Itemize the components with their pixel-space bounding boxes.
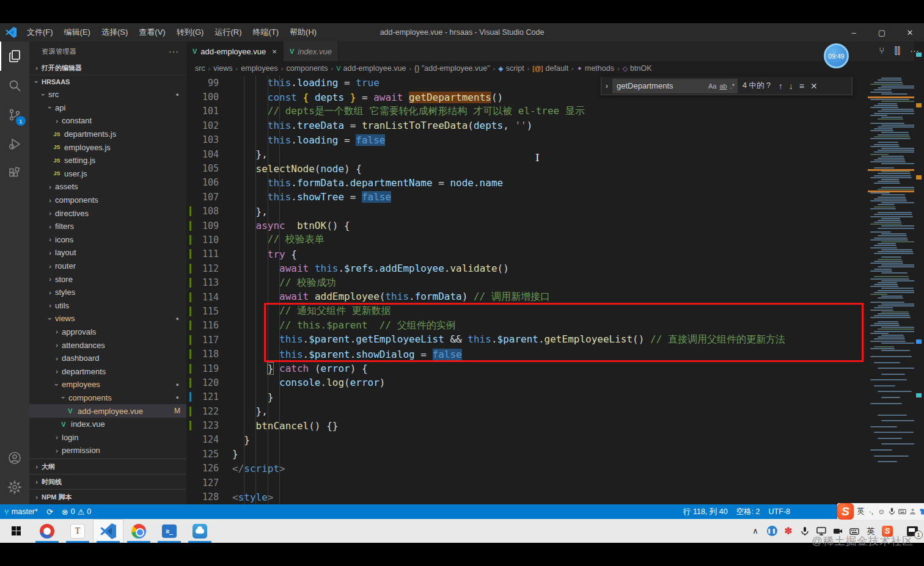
- menu-item[interactable]: 终端(T): [247, 24, 284, 40]
- tree-item-src[interactable]: ›src●: [29, 88, 186, 101]
- tree-item-icons[interactable]: ›icons: [29, 233, 186, 247]
- close-button[interactable]: ✕: [896, 23, 924, 42]
- tree-item-components[interactable]: ›components: [29, 194, 186, 207]
- find-close-icon[interactable]: ✕: [810, 81, 818, 91]
- tree-item-user.js[interactable]: JSuser.js: [29, 167, 186, 181]
- ime-emoji-icon[interactable]: ☺: [876, 505, 887, 518]
- tree-item-employees.js[interactable]: JSemployees.js: [29, 140, 186, 154]
- code-line[interactable]: 119 } catch (error) {: [186, 361, 868, 376]
- menu-item[interactable]: 查看(V): [133, 24, 170, 40]
- tree-item-views[interactable]: ›views●: [29, 312, 186, 325]
- code-line[interactable]: 124 }: [186, 433, 868, 447]
- find-query[interactable]: getDepartments: [617, 81, 705, 90]
- code-line[interactable]: 107 this.showTree = false: [186, 190, 868, 204]
- find-next-icon[interactable]: ↓: [789, 81, 793, 91]
- ime-language-mode[interactable]: 英: [856, 505, 866, 518]
- split-editor-icon[interactable]: ⫿⫿: [894, 45, 900, 56]
- activity-source-control-icon[interactable]: 1: [0, 100, 29, 129]
- start-button[interactable]: [0, 519, 32, 543]
- code-line[interactable]: 117 this.$parent.getEmployeeList && this…: [186, 333, 868, 347]
- tree-item-styles[interactable]: ›styles: [29, 286, 186, 299]
- ime-keyboard-icon[interactable]: [897, 505, 908, 518]
- code-line[interactable]: 104 },: [186, 147, 868, 161]
- sidebar-more-actions[interactable]: ···: [169, 46, 179, 56]
- taskbar-cloud-drive-icon[interactable]: [185, 519, 215, 543]
- tree-item-directives[interactable]: ›directives: [29, 206, 186, 220]
- code-line[interactable]: 126</script>: [186, 462, 868, 476]
- tree-item-setting.js[interactable]: JSsetting.js: [29, 154, 186, 167]
- breadcrumb-item[interactable]: src: [195, 64, 205, 73]
- breadcrumb-item[interactable]: {} "add-employee.vue": [414, 64, 490, 73]
- code-line[interactable]: 120 console.log(error): [186, 376, 868, 390]
- tree-item-filters[interactable]: ›filters: [29, 220, 186, 233]
- open-changes-icon[interactable]: ⑂: [879, 45, 884, 56]
- minimize-button[interactable]: –: [840, 23, 868, 42]
- sidebar-panel-大纲[interactable]: ›大纲: [29, 459, 186, 474]
- code-line[interactable]: 121 }: [186, 390, 868, 404]
- tree-item-layout[interactable]: ›layout: [29, 246, 186, 259]
- code-line[interactable]: 112 await this.$refs.addEmployee.validat…: [186, 261, 868, 275]
- tree-item-approvals[interactable]: ›approvals: [29, 325, 186, 339]
- ime-toolbox-icon[interactable]: [908, 505, 918, 518]
- project-root-row[interactable]: › HRSAAS: [29, 74, 186, 88]
- menu-item[interactable]: 运行(R): [209, 24, 247, 40]
- tree-item-departments.js[interactable]: JSdepartments.js: [29, 128, 186, 141]
- encoding-status[interactable]: UTF-8: [769, 507, 790, 517]
- activity-run-debug-icon[interactable]: [0, 129, 29, 159]
- code-line[interactable]: 127: [186, 476, 868, 490]
- sidebar-panel-NPM 脚本[interactable]: ›NPM 脚本: [29, 489, 186, 504]
- tree-item-router[interactable]: ›router: [29, 259, 186, 273]
- code-line[interactable]: 109 async btnOK() {: [186, 219, 868, 233]
- code-line[interactable]: 115 // 通知父组件 更新数据: [186, 304, 868, 318]
- code-line[interactable]: 101 // depts是一个数组 它需要转化成树形结构 才可以被 el-tre…: [186, 104, 868, 118]
- code-line[interactable]: 118 this.$parent.showDialog = false: [186, 347, 868, 361]
- menu-item[interactable]: 编辑(E): [59, 24, 96, 40]
- match-case-icon[interactable]: Aa: [708, 82, 716, 90]
- code-line[interactable]: 125}: [186, 447, 868, 461]
- find-in-selection-icon[interactable]: ≡: [799, 81, 804, 91]
- taskbar-typora-icon[interactable]: T: [62, 519, 93, 543]
- editor-more-actions-icon[interactable]: ···: [910, 45, 919, 56]
- code-line[interactable]: 102 this.treeData = tranListToTreeData(d…: [186, 118, 868, 132]
- tray-pause-icon[interactable]: ❚❚: [766, 526, 777, 537]
- breadcrumb-item[interactable]: ◈script: [498, 64, 524, 73]
- sogou-logo-icon[interactable]: S: [837, 503, 854, 520]
- code-line[interactable]: 128<style>: [186, 490, 868, 504]
- find-previous-icon[interactable]: ↑: [779, 81, 783, 91]
- tab-close-icon[interactable]: ×: [272, 47, 277, 56]
- activity-extensions-icon[interactable]: [0, 159, 29, 188]
- tray-expand-icon[interactable]: ∧: [750, 526, 761, 537]
- tree-item-index.vue[interactable]: Vindex.vue: [29, 418, 186, 431]
- code-line[interactable]: 108 },: [186, 205, 868, 219]
- activity-settings-icon[interactable]: [0, 473, 29, 502]
- tree-item-components[interactable]: ›components●: [29, 391, 186, 405]
- tree-item-attendances[interactable]: ›attendances: [29, 338, 186, 352]
- sync-status[interactable]: ⟳: [46, 507, 53, 517]
- activity-account-icon[interactable]: [0, 443, 29, 473]
- activity-explorer-icon[interactable]: [0, 42, 29, 71]
- cursor-position-status[interactable]: 行 118, 列 40: [683, 507, 728, 517]
- breadcrumb-item[interactable]: ✦methods: [577, 64, 614, 73]
- tree-item-permission[interactable]: ›permission: [29, 444, 186, 457]
- menu-item[interactable]: 转到(G): [171, 24, 210, 40]
- find-expand-icon[interactable]: ›: [601, 81, 612, 90]
- code-line[interactable]: 111 try {: [186, 247, 868, 261]
- ime-punctuation-icon[interactable]: ·,: [866, 505, 876, 518]
- code-line[interactable]: 105 selectNode(node) {: [186, 161, 868, 175]
- ime-skin-icon[interactable]: [918, 505, 924, 518]
- tab-index.vue[interactable]: Vindex.vue: [284, 42, 339, 61]
- git-branch-status[interactable]: ⑂ master*: [4, 507, 38, 517]
- taskbar-powershell-icon[interactable]: ≥_: [154, 519, 185, 543]
- code-line[interactable]: 123 btnCancel() {}: [186, 418, 868, 432]
- tab-add-employee.vue[interactable]: Vadd-employee.vue×: [186, 42, 284, 61]
- code-line[interactable]: 122 },: [186, 404, 868, 418]
- regex-icon[interactable]: .*: [730, 82, 735, 90]
- tree-item-departments[interactable]: ›departments: [29, 365, 186, 378]
- overview-ruler[interactable]: [914, 42, 924, 504]
- code-line[interactable]: 103 this.loading = false: [186, 133, 868, 147]
- tree-item-add-employee.vue[interactable]: Vadd-employee.vueM: [29, 404, 186, 418]
- open-editors-section[interactable]: › 打开的编辑器: [29, 61, 186, 74]
- code-line[interactable]: 116 // this.$parent // 父组件的实例: [186, 319, 868, 333]
- menu-item[interactable]: 文件(F): [21, 24, 59, 40]
- tree-item-dashboard[interactable]: ›dashboard: [29, 352, 186, 365]
